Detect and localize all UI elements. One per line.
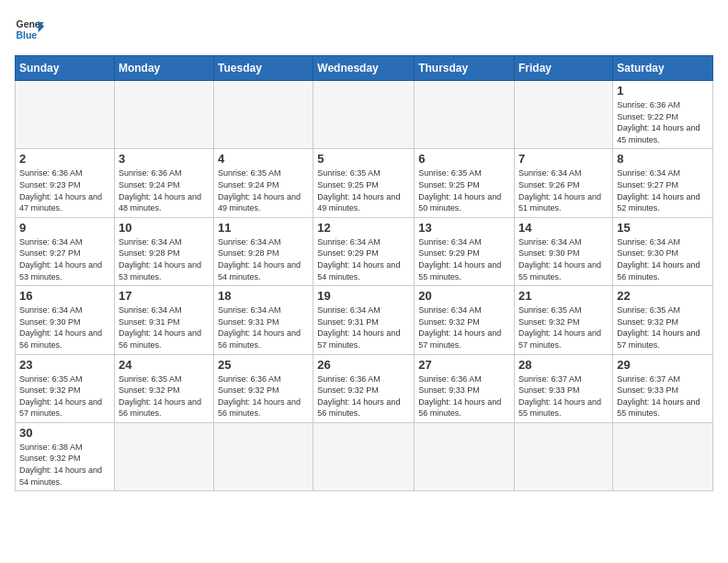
calendar-day-cell: 25Sunrise: 6:36 AM Sunset: 9:32 PM Dayli…	[214, 354, 313, 422]
calendar-day-cell: 3Sunrise: 6:36 AM Sunset: 9:24 PM Daylig…	[114, 149, 213, 217]
day-number: 27	[418, 358, 510, 372]
day-info: Sunrise: 6:36 AM Sunset: 9:33 PM Dayligh…	[418, 373, 510, 419]
day-number: 30	[19, 426, 110, 440]
day-number: 29	[617, 358, 709, 372]
day-number: 7	[518, 152, 609, 166]
day-info: Sunrise: 6:34 AM Sunset: 9:31 PM Dayligh…	[218, 304, 309, 350]
day-number: 2	[19, 152, 110, 166]
day-info: Sunrise: 6:35 AM Sunset: 9:32 PM Dayligh…	[19, 373, 110, 419]
calendar-day-cell: 13Sunrise: 6:34 AM Sunset: 9:29 PM Dayli…	[415, 217, 515, 285]
calendar-day-cell: 21Sunrise: 6:35 AM Sunset: 9:32 PM Dayli…	[515, 286, 613, 354]
day-number: 21	[518, 289, 609, 303]
calendar-day-header: Saturday	[613, 56, 713, 81]
calendar-day-cell	[613, 422, 713, 490]
calendar-day-cell: 17Sunrise: 6:34 AM Sunset: 9:31 PM Dayli…	[114, 286, 213, 354]
calendar-day-header: Wednesday	[313, 56, 415, 81]
day-info: Sunrise: 6:36 AM Sunset: 9:23 PM Dayligh…	[19, 167, 110, 213]
calendar-week-row: 2Sunrise: 6:36 AM Sunset: 9:23 PM Daylig…	[16, 149, 713, 217]
day-info: Sunrise: 6:35 AM Sunset: 9:24 PM Dayligh…	[218, 167, 309, 213]
calendar-day-header: Thursday	[415, 56, 515, 81]
day-number: 15	[617, 221, 709, 235]
calendar-day-cell: 22Sunrise: 6:35 AM Sunset: 9:32 PM Dayli…	[613, 286, 713, 354]
day-info: Sunrise: 6:34 AM Sunset: 9:30 PM Dayligh…	[617, 236, 709, 282]
day-number: 5	[317, 152, 410, 166]
day-info: Sunrise: 6:34 AM Sunset: 9:27 PM Dayligh…	[617, 167, 709, 213]
day-number: 24	[119, 358, 210, 372]
day-info: Sunrise: 6:36 AM Sunset: 9:22 PM Dayligh…	[617, 99, 709, 145]
calendar-day-cell: 12Sunrise: 6:34 AM Sunset: 9:29 PM Dayli…	[313, 217, 415, 285]
calendar-day-cell: 1Sunrise: 6:36 AM Sunset: 9:22 PM Daylig…	[613, 81, 713, 149]
day-info: Sunrise: 6:34 AM Sunset: 9:26 PM Dayligh…	[518, 167, 609, 213]
svg-text:Blue: Blue	[17, 30, 38, 40]
calendar-day-cell: 5Sunrise: 6:35 AM Sunset: 9:25 PM Daylig…	[313, 149, 415, 217]
day-number: 8	[617, 152, 709, 166]
day-info: Sunrise: 6:35 AM Sunset: 9:25 PM Dayligh…	[317, 167, 410, 213]
calendar-day-cell: 24Sunrise: 6:35 AM Sunset: 9:32 PM Dayli…	[114, 354, 213, 422]
day-info: Sunrise: 6:38 AM Sunset: 9:32 PM Dayligh…	[19, 442, 110, 488]
calendar-day-header: Friday	[515, 56, 613, 81]
day-number: 23	[19, 358, 110, 372]
day-info: Sunrise: 6:36 AM Sunset: 9:32 PM Dayligh…	[218, 373, 309, 419]
calendar-day-cell	[214, 422, 313, 490]
calendar-day-cell	[515, 422, 613, 490]
calendar-day-cell: 6Sunrise: 6:35 AM Sunset: 9:25 PM Daylig…	[415, 149, 515, 217]
generalblue-logo-icon: General Blue	[15, 15, 44, 44]
day-info: Sunrise: 6:34 AM Sunset: 9:29 PM Dayligh…	[418, 236, 510, 282]
day-info: Sunrise: 6:36 AM Sunset: 9:32 PM Dayligh…	[317, 373, 410, 419]
calendar-day-cell	[114, 422, 213, 490]
day-info: Sunrise: 6:35 AM Sunset: 9:32 PM Dayligh…	[617, 304, 709, 350]
calendar-table: SundayMondayTuesdayWednesdayThursdayFrid…	[15, 55, 713, 491]
page-header: General Blue	[15, 15, 713, 44]
day-number: 22	[617, 289, 709, 303]
day-number: 10	[119, 221, 210, 235]
calendar-day-cell: 10Sunrise: 6:34 AM Sunset: 9:28 PM Dayli…	[114, 217, 213, 285]
day-info: Sunrise: 6:34 AM Sunset: 9:30 PM Dayligh…	[518, 236, 609, 282]
day-info: Sunrise: 6:34 AM Sunset: 9:28 PM Dayligh…	[119, 236, 210, 282]
calendar-day-cell: 26Sunrise: 6:36 AM Sunset: 9:32 PM Dayli…	[313, 354, 415, 422]
calendar-day-cell: 11Sunrise: 6:34 AM Sunset: 9:28 PM Dayli…	[214, 217, 313, 285]
day-number: 16	[19, 289, 110, 303]
calendar-day-cell	[16, 81, 115, 149]
calendar-day-cell: 4Sunrise: 6:35 AM Sunset: 9:24 PM Daylig…	[214, 149, 313, 217]
day-number: 26	[317, 358, 410, 372]
calendar-day-cell: 8Sunrise: 6:34 AM Sunset: 9:27 PM Daylig…	[613, 149, 713, 217]
calendar-day-cell: 18Sunrise: 6:34 AM Sunset: 9:31 PM Dayli…	[214, 286, 313, 354]
calendar-day-cell	[415, 422, 515, 490]
calendar-day-cell: 19Sunrise: 6:34 AM Sunset: 9:31 PM Dayli…	[313, 286, 415, 354]
calendar-day-cell: 23Sunrise: 6:35 AM Sunset: 9:32 PM Dayli…	[16, 354, 115, 422]
day-number: 19	[317, 289, 410, 303]
day-info: Sunrise: 6:37 AM Sunset: 9:33 PM Dayligh…	[617, 373, 709, 419]
calendar-day-header: Tuesday	[214, 56, 313, 81]
calendar-day-cell	[313, 422, 415, 490]
day-info: Sunrise: 6:34 AM Sunset: 9:29 PM Dayligh…	[317, 236, 410, 282]
calendar-day-cell: 20Sunrise: 6:34 AM Sunset: 9:32 PM Dayli…	[415, 286, 515, 354]
calendar-day-cell: 15Sunrise: 6:34 AM Sunset: 9:30 PM Dayli…	[613, 217, 713, 285]
day-number: 25	[218, 358, 309, 372]
calendar-day-cell: 7Sunrise: 6:34 AM Sunset: 9:26 PM Daylig…	[515, 149, 613, 217]
day-number: 28	[518, 358, 609, 372]
calendar-day-cell: 2Sunrise: 6:36 AM Sunset: 9:23 PM Daylig…	[16, 149, 115, 217]
logo: General Blue	[15, 15, 44, 44]
day-info: Sunrise: 6:36 AM Sunset: 9:24 PM Dayligh…	[119, 167, 210, 213]
day-number: 3	[119, 152, 210, 166]
day-number: 14	[518, 221, 609, 235]
calendar-day-cell	[214, 81, 313, 149]
day-number: 4	[218, 152, 309, 166]
day-info: Sunrise: 6:34 AM Sunset: 9:28 PM Dayligh…	[218, 236, 309, 282]
calendar-day-cell: 9Sunrise: 6:34 AM Sunset: 9:27 PM Daylig…	[16, 217, 115, 285]
calendar-day-cell: 30Sunrise: 6:38 AM Sunset: 9:32 PM Dayli…	[16, 422, 115, 490]
day-number: 18	[218, 289, 309, 303]
day-number: 1	[617, 84, 709, 98]
calendar-week-row: 1Sunrise: 6:36 AM Sunset: 9:22 PM Daylig…	[16, 81, 713, 149]
day-info: Sunrise: 6:35 AM Sunset: 9:32 PM Dayligh…	[518, 304, 609, 350]
day-info: Sunrise: 6:35 AM Sunset: 9:25 PM Dayligh…	[418, 167, 510, 213]
calendar-week-row: 23Sunrise: 6:35 AM Sunset: 9:32 PM Dayli…	[16, 354, 713, 422]
calendar-day-header: Sunday	[16, 56, 115, 81]
day-number: 12	[317, 221, 410, 235]
day-number: 9	[19, 221, 110, 235]
day-info: Sunrise: 6:35 AM Sunset: 9:32 PM Dayligh…	[119, 373, 210, 419]
calendar-week-row: 9Sunrise: 6:34 AM Sunset: 9:27 PM Daylig…	[16, 217, 713, 285]
calendar-week-row: 16Sunrise: 6:34 AM Sunset: 9:30 PM Dayli…	[16, 286, 713, 354]
day-info: Sunrise: 6:37 AM Sunset: 9:33 PM Dayligh…	[518, 373, 609, 419]
calendar-day-cell: 16Sunrise: 6:34 AM Sunset: 9:30 PM Dayli…	[16, 286, 115, 354]
